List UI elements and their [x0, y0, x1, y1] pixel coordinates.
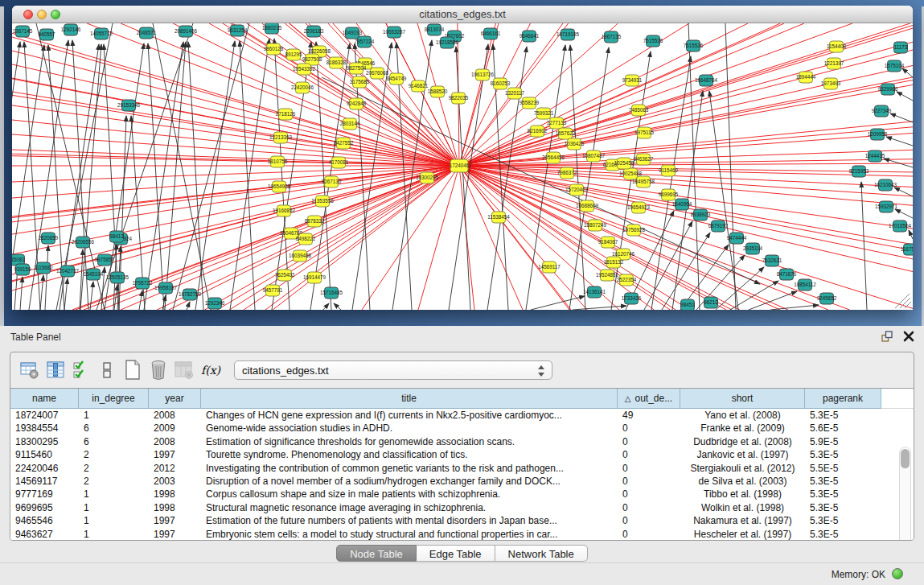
yellow-graph-node[interactable]: 891295 [285, 49, 302, 60]
teal-graph-node[interactable]: 10854112 [794, 279, 816, 290]
yellow-graph-node[interactable]: 16914479 [303, 272, 326, 283]
teal-graph-node[interactable]: 16648784 [695, 75, 718, 86]
column-header-outde[interactable]: △out_de... [618, 389, 680, 409]
tab-node-table[interactable]: Node Table [336, 545, 417, 562]
teal-graph-node[interactable]: 1575104 [885, 60, 905, 72]
yellow-graph-node[interactable]: 1724046 [450, 159, 470, 172]
network-canvas[interactable]: 1967145940557129214614055712204857120891… [12, 23, 913, 310]
table-row[interactable]: 969969511998Structural magnetic resonanc… [10, 501, 914, 514]
yellow-graph-node[interactable]: 2803144 [340, 118, 360, 130]
yellow-graph-node[interactable]: 8498222 [296, 233, 316, 245]
import-table-icon[interactable] [171, 358, 197, 382]
yellow-graph-node[interactable]: 9558239 [519, 97, 540, 109]
function-builder-icon[interactable]: f(x) [197, 364, 224, 377]
teal-graph-node[interactable]: 7957224 [355, 36, 375, 47]
teal-graph-node[interactable]: 20891406 [175, 26, 198, 37]
teal-graph-node[interactable]: 12042737 [56, 266, 80, 277]
window-titlebar[interactable]: citations_edges.txt [12, 6, 913, 23]
yellow-graph-node[interactable]: 19654908 [268, 181, 291, 192]
tab-edge-table[interactable]: Edge Table [417, 545, 495, 562]
table-row[interactable]: 2242004622012Investigating the contribut… [10, 462, 914, 475]
close-panel-icon[interactable] [903, 331, 914, 342]
teal-graph-node[interactable]: 7515526 [643, 35, 663, 47]
teal-graph-node[interactable]: 2935114 [743, 243, 763, 254]
table-row[interactable]: 911546021997Tourette syndrome. Phenomeno… [10, 448, 914, 461]
teal-graph-node[interactable]: 10719195 [556, 29, 580, 40]
teal-graph-node[interactable]: 8813074 [425, 24, 445, 35]
yellow-graph-node[interactable]: 1588520 [428, 86, 448, 97]
table-row[interactable]: 977716911998Corpus callosum shape and si… [10, 488, 914, 501]
yellow-graph-node[interactable]: 2522354 [617, 274, 637, 286]
teal-graph-node[interactable]: 19958187 [154, 282, 178, 294]
yellow-graph-node[interactable]: 1221397 [824, 58, 844, 69]
column-header-pagerank[interactable]: pagerank [805, 389, 881, 409]
yellow-graph-node[interactable]: 9699695 [659, 189, 679, 200]
yellow-graph-node[interactable]: 8427552 [334, 138, 354, 149]
yellow-graph-node[interactable]: 1894444 [796, 72, 816, 83]
teal-graph-node[interactable]: 8471676 [777, 269, 797, 280]
teal-graph-node[interactable]: 15932971 [875, 201, 898, 212]
table-row[interactable]: 1872400712008Changes of HCN gene express… [10, 409, 914, 422]
teal-graph-node[interactable]: 6879197 [708, 220, 729, 232]
teal-graph-node[interactable]: 2620659 [39, 233, 59, 244]
teal-graph-node[interactable]: 8938923 [691, 209, 711, 220]
yellow-graph-node[interactable]: 4170081 [329, 157, 349, 168]
teal-graph-node[interactable]: 7615526 [684, 40, 704, 51]
teal-graph-node[interactable]: 1115682 [34, 262, 53, 274]
teal-graph-node[interactable]: 7632621 [762, 255, 782, 266]
teal-graph-node[interactable]: 15716485 [320, 287, 343, 299]
teal-graph-node[interactable]: 10653287 [383, 27, 406, 38]
teal-graph-node[interactable]: 1292146 [61, 24, 81, 35]
teal-graph-node[interactable]: 9329966 [878, 84, 898, 95]
yellow-graph-node[interactable]: 8267130 [322, 176, 342, 187]
yellow-graph-node[interactable]: 19613726 [471, 69, 495, 80]
teal-graph-node[interactable]: 98413 [109, 231, 124, 242]
table-column-icon[interactable] [43, 358, 68, 382]
yellow-graph-node[interactable]: 7986372 [557, 167, 577, 179]
yellow-graph-node[interactable]: 9822035 [449, 93, 469, 104]
yellow-graph-node[interactable]: 8160253 [491, 78, 511, 89]
table-row[interactable]: 1830029562008Estimation of significance … [10, 435, 914, 448]
yellow-graph-node[interactable]: 9457791 [263, 285, 283, 296]
tab-network-table[interactable]: Network Table [495, 545, 588, 562]
yellow-graph-node[interactable]: 1320117 [505, 88, 525, 99]
teal-graph-node[interactable]: 96212 [704, 297, 718, 308]
column-header-title[interactable]: title [201, 389, 618, 409]
yellow-graph-node[interactable]: 1036425 [565, 138, 585, 150]
yellow-graph-node[interactable]: 7485063 [629, 105, 649, 116]
yellow-graph-node[interactable]: 19166852 [273, 205, 296, 216]
yellow-graph-node[interactable]: 11538454 [487, 212, 510, 223]
citation-network-graph[interactable]: 1967145940557129214614055712204857120891… [12, 23, 913, 310]
table-vertical-scrollbar[interactable] [899, 447, 911, 541]
teal-graph-node[interactable]: 1209958 [868, 129, 888, 140]
teal-graph-node[interactable]: 939159 [14, 264, 31, 275]
teal-graph-node[interactable]: 29153346 [117, 100, 141, 111]
teal-graph-node[interactable]: 17016504 [889, 220, 912, 232]
teal-graph-node[interactable]: 1167533 [901, 244, 913, 255]
yellow-graph-node[interactable]: 1973493 [821, 78, 841, 89]
rows-icon[interactable] [94, 358, 120, 382]
yellow-graph-node[interactable]: 1154408 [827, 41, 847, 52]
column-header-short[interactable]: short [680, 389, 805, 409]
column-header-name[interactable]: name [10, 389, 79, 409]
new-table-icon[interactable] [120, 358, 146, 382]
column-header-year[interactable]: year [149, 389, 201, 409]
yellow-graph-node[interactable]: 20564456 [542, 152, 565, 163]
yellow-graph-node[interactable]: 19524851 [596, 270, 619, 281]
column-header-indegree[interactable]: in_degree [79, 389, 149, 409]
table-settings-icon[interactable] [17, 358, 43, 382]
yellow-graph-node[interactable]: 7625402 [275, 270, 295, 281]
delete-table-icon[interactable] [146, 358, 171, 382]
teal-graph-node[interactable]: 940557 [38, 29, 55, 40]
yellow-graph-node[interactable]: 8454749 [387, 73, 407, 84]
teal-graph-node[interactable]: 1967135 [602, 31, 622, 43]
teal-graph-node[interactable]: 9474444 [727, 233, 747, 244]
teal-graph-node[interactable]: 9227349 [872, 105, 892, 117]
table-select-dropdown[interactable]: citations_edges.txt [234, 360, 552, 380]
yellow-graph-node[interactable]: 19756928 [622, 225, 646, 236]
yellow-graph-node[interactable]: 14569117 [538, 262, 561, 273]
teal-graph-node[interactable]: 9646641 [519, 31, 540, 42]
teal-graph-node[interactable]: 16210643 [874, 179, 897, 191]
select-columns-icon[interactable] [68, 358, 94, 382]
teal-graph-node[interactable]: 1795722 [133, 278, 153, 289]
